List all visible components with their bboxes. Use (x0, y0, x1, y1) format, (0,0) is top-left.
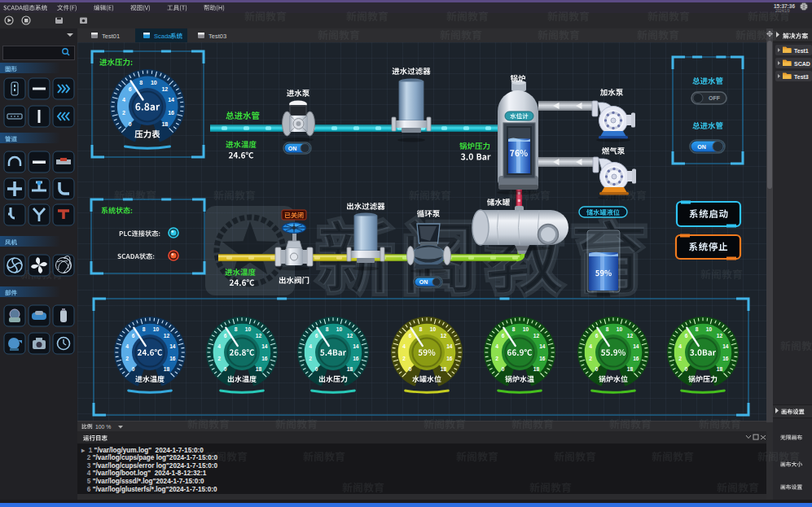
svg-text:12: 12 (441, 333, 447, 339)
svg-text:14: 14 (539, 343, 546, 349)
svg-text:6: 6 (502, 333, 505, 339)
svg-text:18: 18 (441, 366, 447, 372)
svg-text:18: 18 (161, 121, 168, 127)
svg-text:0: 0 (595, 366, 599, 372)
svg-text:6: 6 (132, 333, 135, 339)
svg-text:8: 8 (512, 326, 516, 332)
svg-text:SCAD: SCAD (794, 61, 810, 67)
svg-text:18: 18 (347, 366, 353, 372)
svg-text:0: 0 (315, 366, 318, 372)
svg-text:2: 2 (402, 356, 406, 361)
svg-text:6: 6 (224, 333, 227, 339)
svg-text:4: 4 (402, 343, 406, 349)
svg-text:8: 8 (143, 326, 146, 332)
svg-text:18: 18 (164, 366, 170, 372)
svg-text:8: 8 (235, 326, 238, 332)
svg-text:8: 8 (419, 326, 423, 332)
svg-text:2: 2 (217, 356, 221, 361)
svg-text:ON: ON (419, 279, 428, 285)
svg-text:0: 0 (502, 366, 505, 372)
svg-text:10: 10 (153, 326, 160, 332)
svg-text:6: 6 (129, 86, 132, 92)
svg-text:8: 8 (696, 326, 699, 332)
svg-text:2: 2 (309, 356, 312, 361)
svg-text:12: 12 (533, 333, 540, 339)
svg-text:10: 10 (336, 326, 343, 332)
svg-text:0: 0 (685, 366, 688, 372)
svg-text:14: 14 (261, 343, 268, 349)
svg-text:Test01: Test01 (102, 33, 120, 40)
svg-text:ON: ON (288, 146, 297, 151)
svg-text:4: 4 (122, 97, 125, 103)
svg-text:16: 16 (539, 356, 546, 361)
svg-text:4: 4 (678, 343, 682, 349)
svg-text:10: 10 (617, 326, 623, 332)
svg-text:18: 18 (256, 366, 262, 372)
svg-text:Test03: Test03 (208, 33, 226, 40)
svg-text:6: 6 (409, 333, 412, 339)
svg-text:2: 2 (589, 356, 592, 361)
svg-text:14: 14 (168, 97, 174, 103)
svg-text:10: 10 (706, 326, 713, 332)
svg-text:10: 10 (151, 80, 157, 85)
svg-text:4: 4 (495, 343, 498, 349)
svg-text:16: 16 (168, 110, 174, 116)
svg-text:4: 4 (125, 343, 129, 349)
svg-text:16: 16 (446, 356, 453, 361)
svg-text:2: 2 (495, 356, 498, 361)
svg-text:100 %: 100 % (95, 424, 111, 430)
svg-text:2: 2 (678, 356, 682, 361)
svg-text:6: 6 (685, 333, 688, 339)
svg-text:18: 18 (533, 366, 540, 372)
svg-text:10: 10 (245, 326, 252, 332)
svg-text:OFF: OFF (709, 95, 721, 101)
svg-text:8: 8 (326, 326, 329, 332)
svg-text:12: 12 (164, 333, 170, 339)
svg-text:6: 6 (595, 333, 599, 339)
svg-text:14: 14 (446, 343, 453, 349)
svg-text:4: 4 (589, 343, 592, 349)
svg-text:Scada: Scada (154, 33, 172, 40)
svg-text:4: 4 (217, 343, 221, 349)
svg-text:0: 0 (132, 366, 135, 372)
svg-text:12: 12 (347, 333, 353, 339)
svg-text:6: 6 (315, 333, 318, 339)
svg-text:0: 0 (129, 121, 132, 127)
svg-text:ON: ON (697, 144, 706, 150)
svg-text:14: 14 (633, 343, 639, 349)
svg-text:8: 8 (139, 80, 143, 85)
svg-text:2: 2 (122, 110, 125, 116)
svg-text:18: 18 (627, 366, 634, 372)
svg-text:16: 16 (722, 356, 729, 361)
svg-text:Test1: Test1 (794, 48, 809, 54)
svg-text:10: 10 (430, 326, 437, 332)
svg-text:14: 14 (722, 343, 729, 349)
svg-text:12: 12 (256, 333, 262, 339)
svg-text:15:37:36: 15:37:36 (774, 3, 795, 9)
svg-text:4: 4 (309, 343, 312, 349)
svg-text:12: 12 (161, 86, 168, 92)
svg-text:Test3: Test3 (794, 74, 809, 80)
svg-text:16: 16 (261, 356, 268, 361)
svg-text:14: 14 (353, 343, 359, 349)
svg-text:16: 16 (633, 356, 639, 361)
svg-text:2: 2 (125, 356, 129, 361)
svg-text:12: 12 (717, 333, 723, 339)
svg-text:2024/1/9: 2024/1/9 (775, 9, 790, 13)
svg-text:0: 0 (409, 366, 412, 372)
svg-text:0: 0 (224, 366, 227, 372)
svg-text:14: 14 (169, 343, 176, 349)
svg-text:18: 18 (717, 366, 723, 372)
svg-text:10: 10 (523, 326, 529, 332)
svg-text:12: 12 (627, 333, 634, 339)
svg-text:16: 16 (353, 356, 359, 361)
svg-text:8: 8 (606, 326, 609, 332)
svg-text:16: 16 (169, 356, 176, 361)
